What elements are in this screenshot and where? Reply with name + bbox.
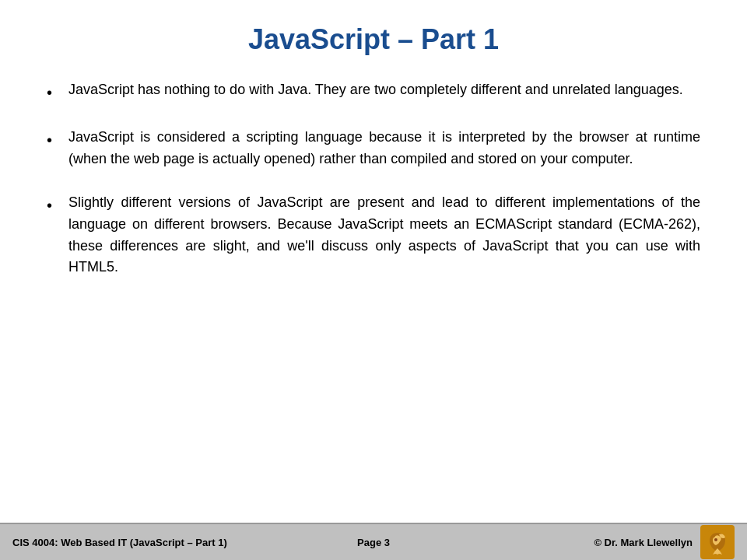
- footer: CIS 4004: Web Based IT (JavaScript – Par…: [0, 523, 747, 560]
- bullet-dot-2: •: [47, 128, 61, 152]
- bullet-text-1: JavaScript has nothing to do with Java. …: [68, 79, 700, 101]
- slide: JavaScript – Part 1 • JavaScript has not…: [0, 0, 747, 560]
- bullet-text-2: JavaScript is considered a scripting lan…: [68, 127, 700, 170]
- footer-page-label: Page 3: [357, 537, 390, 548]
- slide-title: JavaScript – Part 1: [47, 23, 700, 56]
- svg-point-1: [714, 538, 717, 541]
- logo-icon: [700, 525, 735, 559]
- bullet-dot-3: •: [47, 194, 61, 218]
- footer-course-label: CIS 4004: Web Based IT (JavaScript – Par…: [12, 537, 227, 548]
- bullet-dot-1: •: [47, 81, 61, 105]
- bullet-list: • JavaScript has nothing to do with Java…: [47, 79, 700, 507]
- list-item: • JavaScript has nothing to do with Java…: [47, 79, 700, 105]
- list-item: • JavaScript is considered a scripting l…: [47, 127, 700, 170]
- list-item: • Slightly different versions of JavaScr…: [47, 192, 700, 279]
- footer-right-section: © Dr. Mark Llewellyn: [594, 525, 735, 559]
- bullet-text-3: Slightly different versions of JavaScrip…: [68, 192, 700, 279]
- footer-author-label: © Dr. Mark Llewellyn: [594, 537, 693, 548]
- content-area: JavaScript – Part 1 • JavaScript has not…: [0, 0, 747, 523]
